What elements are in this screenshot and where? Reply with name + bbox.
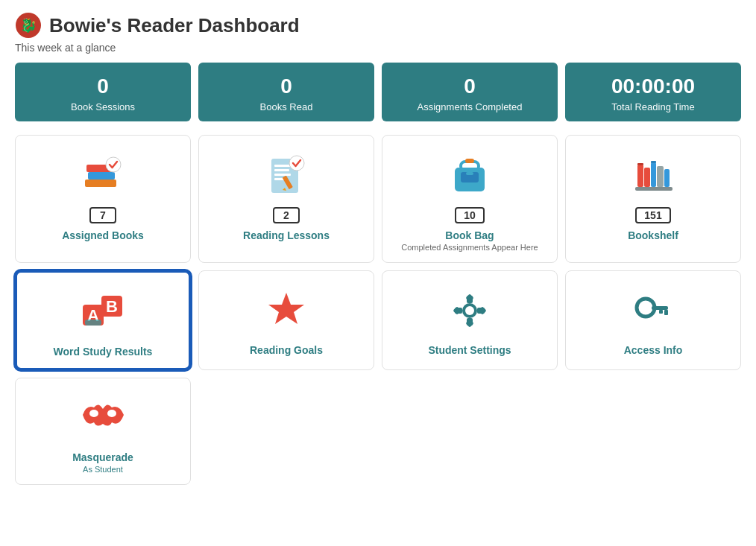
assigned-books-badge: 7: [89, 207, 116, 223]
stat-label-books-read: Books Read: [206, 101, 367, 112]
tile-word-study[interactable]: A B Word Study Results: [15, 270, 191, 370]
stat-value-book-sessions: 0: [22, 74, 183, 98]
student-settings-icon: [444, 285, 496, 337]
bookshelf-icon: [627, 149, 679, 201]
bookshelf-label: Bookshelf: [628, 229, 678, 241]
book-bag-badge: 10: [455, 207, 485, 223]
svg-rect-32: [85, 320, 101, 326]
svg-rect-47: [664, 310, 668, 315]
assigned-books-label: Assigned Books: [62, 229, 144, 241]
svg-rect-2: [85, 180, 116, 187]
svg-rect-26: [637, 163, 643, 165]
tile-bookshelf[interactable]: 151 Bookshelf: [565, 135, 741, 263]
stats-row: 0 Book Sessions 0 Books Read 0 Assignmen…: [15, 63, 741, 121]
svg-point-50: [107, 410, 116, 417]
empty-tile-1: [198, 378, 374, 485]
book-bag-label: Book Bag: [445, 229, 494, 241]
stat-value-assignments: 0: [389, 74, 550, 98]
svg-marker-33: [268, 293, 304, 324]
word-study-icon: A B: [77, 286, 129, 338]
svg-rect-46: [652, 306, 668, 310]
masquerade-sublabel: As Student: [83, 465, 123, 474]
reading-lessons-label: Reading Lessons: [243, 229, 330, 241]
tile-reading-goals[interactable]: Reading Goals: [198, 270, 374, 370]
empty-tile-3: [565, 378, 741, 485]
subheading: This week at a glance: [15, 42, 741, 54]
reading-lessons-badge: 2: [273, 207, 300, 223]
svg-rect-48: [659, 310, 663, 314]
tile-masquerade[interactable]: Masquerade As Student: [15, 378, 191, 485]
tile-assigned-books[interactable]: 7 Assigned Books: [15, 135, 191, 263]
svg-rect-23: [651, 162, 656, 187]
stat-assignments[interactable]: 0 Assignments Completed: [382, 63, 558, 121]
reading-goals-label: Reading Goals: [250, 344, 323, 356]
masquerade-icon: [77, 392, 129, 444]
svg-point-45: [641, 303, 650, 312]
svg-rect-10: [274, 174, 291, 176]
svg-rect-21: [637, 165, 643, 187]
svg-rect-9: [274, 169, 289, 171]
stat-value-reading-time: 00:00:00: [573, 74, 734, 98]
bookshelf-badge: 151: [635, 207, 670, 223]
tiles-row1: 7 Assigned Books: [15, 135, 741, 263]
svg-text:🐉: 🐉: [20, 17, 37, 34]
stat-label-assignments: Assignments Completed: [389, 101, 550, 112]
student-settings-label: Student Settings: [428, 344, 511, 356]
svg-rect-25: [664, 169, 670, 187]
book-bag-sublabel: Completed Assignments Appear Here: [401, 243, 538, 252]
tile-access-info[interactable]: Access Info: [565, 270, 741, 370]
masquerade-label: Masquerade: [72, 451, 133, 463]
stat-reading-time[interactable]: 00:00:00 Total Reading Time: [565, 63, 741, 121]
svg-point-14: [289, 156, 304, 171]
stat-book-sessions[interactable]: 0 Book Sessions: [15, 63, 191, 121]
assigned-books-icon: [77, 149, 129, 201]
word-study-label: Word Study Results: [54, 346, 153, 358]
page-title: Bowie's Reader Dashboard: [49, 14, 300, 37]
svg-rect-20: [635, 187, 672, 191]
reading-goals-icon: [260, 285, 312, 337]
header: 🐉 Bowie's Reader Dashboard: [15, 12, 741, 39]
svg-point-49: [89, 410, 98, 417]
stat-label-reading-time: Total Reading Time: [573, 101, 734, 112]
logo-icon: 🐉: [15, 12, 42, 39]
empty-tile-2: [382, 378, 558, 485]
svg-point-6: [107, 158, 120, 171]
svg-rect-3: [88, 172, 115, 180]
access-info-icon: [627, 285, 679, 337]
svg-text:B: B: [106, 297, 118, 316]
tile-book-bag[interactable]: 10 Book Bag Completed Assignments Appear…: [382, 135, 558, 263]
tiles-row2: A B Word Study Results Reading Goals: [15, 270, 741, 370]
svg-rect-27: [651, 161, 656, 163]
stat-value-books-read: 0: [206, 74, 367, 98]
tiles-row3: Masquerade As Student: [15, 378, 741, 485]
access-info-label: Access Info: [624, 344, 683, 356]
svg-rect-18: [466, 172, 473, 175]
svg-rect-19: [465, 159, 474, 163]
svg-rect-24: [657, 166, 664, 187]
tile-student-settings[interactable]: Student Settings: [382, 270, 558, 370]
stat-books-read[interactable]: 0 Books Read: [198, 63, 374, 121]
stat-label-book-sessions: Book Sessions: [22, 101, 183, 112]
book-bag-icon: [444, 149, 496, 201]
svg-rect-22: [644, 168, 650, 187]
reading-lessons-icon: [260, 149, 312, 201]
svg-point-35: [465, 306, 474, 315]
tile-reading-lessons[interactable]: 2 Reading Lessons: [198, 135, 374, 263]
